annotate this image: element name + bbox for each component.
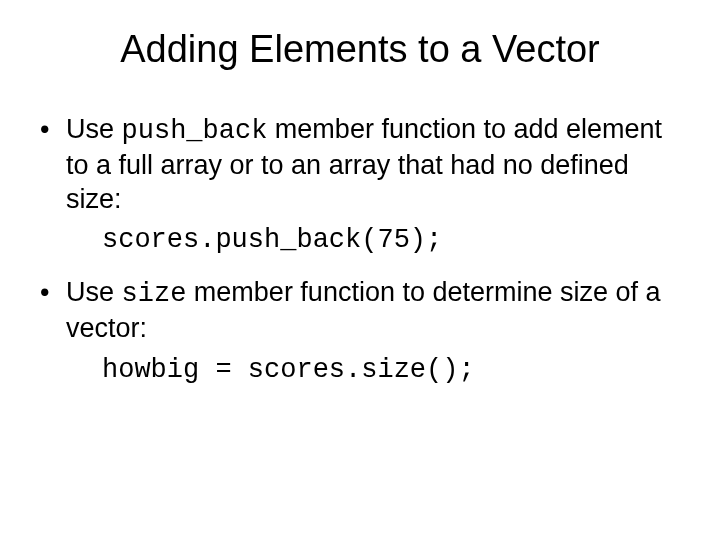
- code-line: howbig = scores.size();: [102, 354, 690, 388]
- bullet-list: Use push_back member function to add ele…: [30, 113, 690, 216]
- bullet-text: Use: [66, 277, 122, 307]
- code-inline: push_back: [122, 116, 268, 146]
- bullet-list: Use size member function to determine si…: [30, 276, 690, 346]
- slide: Adding Elements to a Vector Use push_bac…: [0, 0, 720, 540]
- bullet-item: Use push_back member function to add ele…: [36, 113, 690, 216]
- bullet-text: Use: [66, 114, 122, 144]
- code-line: scores.push_back(75);: [102, 224, 690, 258]
- code-inline: size: [122, 279, 187, 309]
- bullet-item: Use size member function to determine si…: [36, 276, 690, 346]
- slide-title: Adding Elements to a Vector: [30, 28, 690, 71]
